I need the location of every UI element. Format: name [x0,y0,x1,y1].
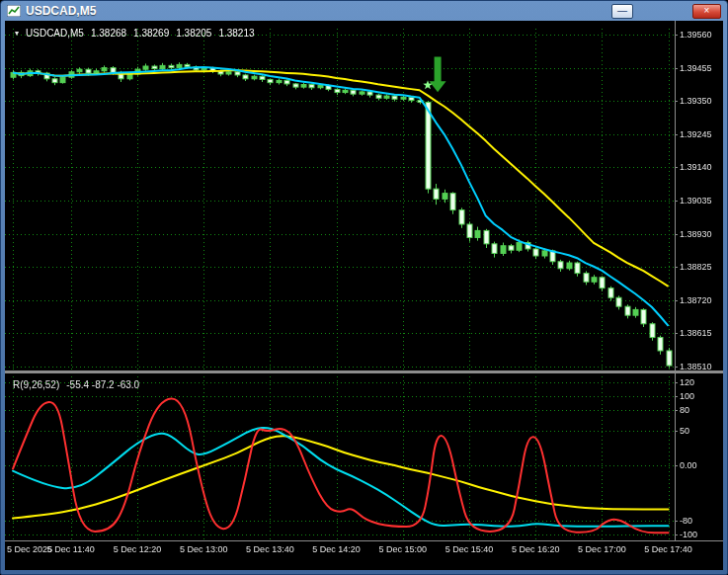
quote-close: 1.38213 [218,28,254,39]
close-button[interactable]: × [692,4,721,19]
time-tick-label: 5 Dec 16:20 [512,544,560,554]
chart-client: ▾ USDCAD,M5 1.38268 1.38269 1.38205 1.38… [5,21,723,570]
indicator-values: -55.4 -87.2 -63.0 [66,379,139,390]
indicator-tick-label: 100 [680,391,694,401]
price-tick-label: 1.39350 [680,96,712,106]
indicator-tick-label: -80 [680,516,692,526]
price-tick-label: 1.38825 [680,262,712,272]
ohlc-quote: ▾ USDCAD,M5 1.38268 1.38269 1.38205 1.38… [15,28,255,39]
minimize-button[interactable]: — [611,4,633,19]
price-tick-label: 1.39455 [680,63,712,73]
indicator-tick-label: 120 [680,377,694,387]
mt4-chart-window: USDCAD,M5 — × ▾ USDCAD,M5 1.38268 1.3826… [0,0,728,575]
price-tick-label: 1.39035 [680,196,712,205]
price-tick-label: 1.39140 [680,162,712,172]
price-tick-label: 1.39245 [680,129,712,139]
price-tick-label: 1.38930 [680,229,712,239]
time-tick-label: 5 Dec 13:40 [246,544,294,554]
indicator-tick-label: -100 [680,530,697,539]
quote-symbol: USDCAD,M5 [26,28,84,39]
window-icon[interactable] [7,5,21,17]
indicator-tick-label: 0.00 [680,460,697,470]
chart-canvas[interactable] [5,21,723,570]
time-tick-label: 5 Dec 14:20 [312,544,361,554]
chart-icon [7,5,21,17]
time-tick-label: 5 Dec 15:00 [379,544,428,554]
indicator-tick-label: 80 [680,405,689,415]
title-bar[interactable]: USDCAD,M5 — × [5,1,723,21]
time-tick-label: 5 Dec 2025 [7,544,52,554]
time-tick-label: 5 Dec 12:20 [114,544,162,554]
quote-high: 1.38269 [133,28,169,39]
expand-icon[interactable]: ▾ [15,29,19,38]
indicator-label: R(9,26,52) -55.4 -87.2 -63.0 [13,379,139,390]
price-tick-label: 1.39560 [680,30,712,40]
price-tick-label: 1.38615 [680,328,712,338]
time-tick-label: 5 Dec 13:00 [180,544,228,554]
indicator-name: R(9,26,52) [13,379,59,390]
time-tick-label: 5 Dec 17:40 [644,544,692,554]
time-tick-label: 5 Dec 11:40 [47,544,95,554]
window-title: USDCAD,M5 [26,4,96,18]
time-tick-label: 5 Dec 17:00 [578,544,626,554]
price-tick-label: 1.38720 [680,295,712,305]
quote-open: 1.38268 [91,28,126,39]
quote-low: 1.38205 [176,28,211,39]
price-tick-label: 1.38510 [680,362,712,371]
indicator-tick-label: 50 [680,426,689,436]
time-tick-label: 5 Dec 15:40 [445,544,494,554]
